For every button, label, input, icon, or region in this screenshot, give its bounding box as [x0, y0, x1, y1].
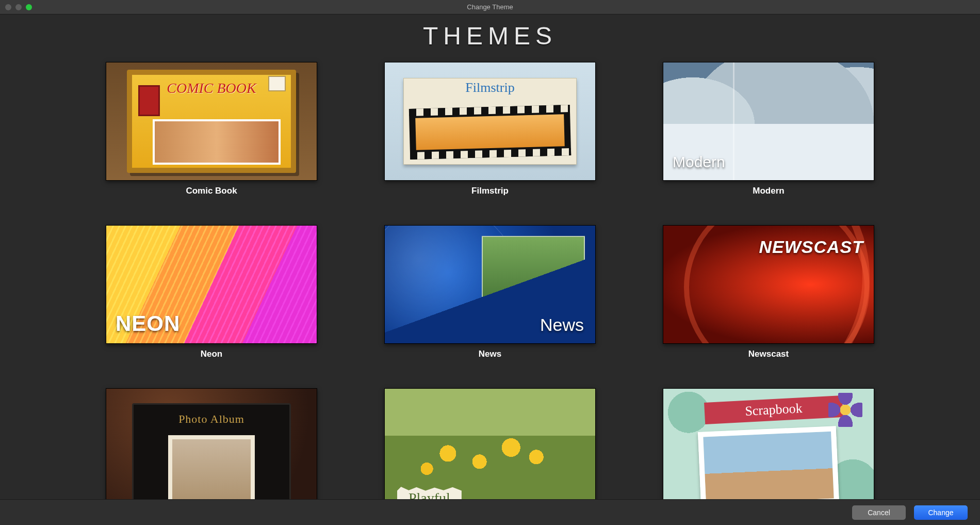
page-title: THEMES	[0, 22, 980, 50]
close-icon[interactable]	[5, 4, 11, 10]
theme-label: Neon	[201, 349, 223, 359]
window-title: Change Theme	[0, 3, 980, 11]
cancel-button[interactable]: Cancel	[852, 505, 906, 520]
theme-overlay-label: NEON	[116, 311, 180, 336]
change-button[interactable]: Change	[914, 505, 968, 520]
theme-neon[interactable]: NEON Neon	[106, 225, 317, 359]
header: THEMES	[0, 14, 980, 54]
theme-news[interactable]: News News	[384, 225, 596, 359]
theme-modern[interactable]: Modern Modern	[663, 62, 874, 196]
theme-label: Newscast	[748, 349, 789, 359]
theme-overlay-label: COMIC BOOK	[106, 81, 317, 96]
theme-grid: COMIC BOOK Comic Book Filmstrip Filmstri…	[0, 57, 980, 499]
theme-overlay-label: Filmstrip	[385, 80, 595, 96]
theme-thumbnail[interactable]: COMIC BOOK	[106, 62, 317, 181]
theme-playful[interactable]: Playful Playful	[384, 388, 596, 499]
theme-thumbnail[interactable]: Scrapbook	[663, 388, 874, 499]
theme-grid-scroll[interactable]: COMIC BOOK Comic Book Filmstrip Filmstri…	[0, 57, 980, 499]
window-controls	[5, 4, 32, 10]
flower-icon	[831, 396, 859, 424]
theme-overlay-label: News	[540, 315, 584, 335]
theme-newscast[interactable]: NEWSCAST Newscast	[663, 225, 874, 359]
theme-scrapbook[interactable]: Scrapbook Scrapbook	[663, 388, 874, 499]
theme-thumbnail[interactable]: NEWSCAST	[663, 225, 874, 344]
theme-label: Modern	[753, 186, 784, 196]
theme-overlay-label: Modern	[673, 153, 725, 171]
zoom-icon[interactable]	[26, 4, 32, 10]
theme-overlay-label: NEWSCAST	[759, 237, 863, 257]
theme-thumbnail[interactable]: Playful	[384, 388, 596, 499]
theme-photo-album[interactable]: Photo Album Photo Album	[106, 388, 317, 499]
theme-thumbnail[interactable]: Photo Album	[106, 388, 317, 499]
minimize-icon[interactable]	[15, 4, 22, 10]
theme-thumbnail[interactable]: Filmstrip	[384, 62, 596, 181]
theme-overlay-label: Photo Album	[106, 412, 317, 426]
window-titlebar: Change Theme	[0, 0, 980, 14]
theme-thumbnail[interactable]: Modern	[663, 62, 874, 181]
theme-thumbnail[interactable]: News	[384, 225, 596, 344]
theme-filmstrip[interactable]: Filmstrip Filmstrip	[384, 62, 596, 196]
theme-label: News	[479, 349, 501, 359]
footer-bar: Cancel Change	[0, 499, 980, 525]
theme-label: Comic Book	[186, 186, 237, 196]
theme-comic-book[interactable]: COMIC BOOK Comic Book	[106, 62, 317, 196]
theme-label: Filmstrip	[471, 186, 509, 196]
theme-thumbnail[interactable]: NEON	[106, 225, 317, 344]
